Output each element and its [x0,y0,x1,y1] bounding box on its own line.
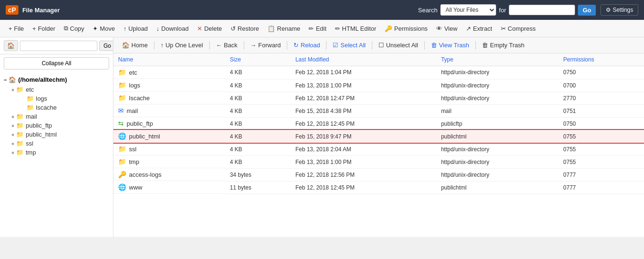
sidebar-home-button[interactable]: 🏠 [4,40,18,51]
col-modified[interactable]: Last Modified [291,53,436,66]
file-permissions-cell: 0750 [558,117,644,130]
file-name[interactable]: lscache [129,95,150,102]
table-row[interactable]: 📁logs4 KBFeb 13, 2018 1:00 PMhttpd/unix-… [113,79,644,92]
separator [326,41,326,50]
file-type-cell: httpd/unix-directory [436,168,558,181]
file-size-cell: 4 KB [225,130,291,143]
sidebar-path-input[interactable] [20,41,97,51]
folder-icon: 📁 [16,113,24,120]
view-trash-button[interactable]: 🗑 View Trash [427,40,473,50]
rename-button[interactable]: 📋 Rename [264,23,304,34]
file-name[interactable]: etc [129,69,137,76]
file-name[interactable]: logs [129,82,140,89]
copy-button[interactable]: ⧉ Copy [60,23,88,34]
rename-label: Rename [277,25,300,32]
table-row[interactable]: 📁ssl4 KBFeb 13, 2018 2:04 AMhttpd/unix-d… [113,143,644,155]
sidebar-item-etc[interactable]: + 📁 etc [8,85,113,94]
reload-button[interactable]: ↻ Reload [290,40,324,50]
sidebar-item-lscache[interactable]: 📁 lscache [23,103,113,112]
file-name-cell: ⇆public_ftp [113,117,225,130]
edit-button[interactable]: ✏ Edit [305,23,330,34]
unselect-all-icon: ☐ [378,42,384,49]
upload-label: Upload [129,25,148,32]
up-one-level-button[interactable]: ↑ Up One Level [157,40,207,50]
table-row[interactable]: 🔑access-logs34 bytesFeb 12, 2018 12:56 P… [113,168,644,181]
file-type-cell: httpd/unix-directory [436,79,558,92]
col-type[interactable]: Type [436,53,558,66]
folder-icon: 📁 [16,149,24,156]
sidebar-item-public-html[interactable]: + 📁 public_html [8,130,113,139]
table-row[interactable]: 📁tmp4 KBFeb 13, 2018 1:00 PMhttpd/unix-d… [113,155,644,168]
view-button[interactable]: 👁 View [432,23,461,34]
sidebar-item-ssl[interactable]: + 📁 ssl [8,139,113,148]
empty-trash-button[interactable]: 🗑 Empty Trash [478,40,528,50]
folder-icon: 📁 [16,86,24,93]
home-folder-icon: 🏠 [9,76,16,83]
folder-icon: 📁 [16,140,24,147]
app-title: File Manager [22,7,60,14]
main-layout: 🏠 Go Collapse All − 🏠 (/home/alltechm) +… [0,37,644,237]
sidebar-item-public-ftp[interactable]: + 📁 public_ftp [8,121,113,130]
search-scope-select[interactable]: All Your Files Public HTML Home Director… [440,4,496,16]
empty-trash-label: Empty Trash [490,42,524,49]
file-name[interactable]: www [129,184,142,191]
restore-button[interactable]: ↺ Restore [227,23,263,34]
file-type-cell: mail [436,104,558,117]
select-all-button[interactable]: ☑ Select All [329,40,369,50]
rename-icon: 📋 [267,25,275,32]
tree-root-item[interactable]: − 🏠 (/home/alltechm) [0,74,113,85]
file-name[interactable]: mail [127,107,138,114]
sidebar-item-mail[interactable]: + 📁 mail [8,112,113,121]
sidebar-item-logs[interactable]: 📁 logs [23,94,113,103]
table-row[interactable]: 🌐www11 bytesFeb 12, 2018 12:45 PMpublich… [113,181,644,194]
html-editor-icon: ✏ [335,25,340,32]
file-name[interactable]: access-logs [129,171,162,178]
table-row[interactable]: 📁lscache4 KBFeb 12, 2018 12:47 PMhttpd/u… [113,92,644,104]
edit-icon: ✏ [309,25,314,32]
forward-button[interactable]: → Forward [247,40,285,50]
file-name[interactable]: public_ftp [127,120,153,127]
tree-etc-children: 📁 logs 📁 lscache [8,94,113,112]
table-row[interactable]: 🌐public_html4 KBFeb 15, 2018 9:47 PMpubl… [113,130,644,143]
table-row[interactable]: ✉mail4 KBFeb 15, 2018 4:38 PMmail0751 [113,104,644,117]
html-editor-button[interactable]: ✏ HTML Editor [331,23,380,34]
upload-button[interactable]: ↑ Upload [120,23,152,34]
file-size-cell: 4 KB [225,92,291,104]
download-button[interactable]: ↓ Download [153,23,192,34]
back-button[interactable]: ← Back [212,40,241,50]
link-icon: ⇆ [118,120,124,127]
unselect-all-button[interactable]: ☐ Unselect All [375,40,422,50]
col-name[interactable]: Name [113,53,225,66]
permissions-button[interactable]: 🔑 Permissions [381,23,431,34]
search-go-button[interactable]: Go [578,5,596,16]
view-icon: 👁 [436,25,442,32]
sidebar-go-button[interactable]: Go [99,41,113,51]
view-trash-icon: 🗑 [431,42,437,49]
col-size[interactable]: Size [225,53,291,66]
sidebar-item-tmp[interactable]: + 📁 tmp [8,148,113,157]
collapse-all-button[interactable]: Collapse All [4,57,109,69]
table-row[interactable]: 📁etc4 KBFeb 12, 2018 1:04 PMhttpd/unix-d… [113,66,644,79]
folder-icon: 📁 [16,122,24,129]
file-name[interactable]: ssl [129,146,137,153]
move-button[interactable]: ✦ Move [89,23,119,34]
file-name[interactable]: tmp [129,158,139,165]
settings-button[interactable]: ⚙ Settings [601,4,638,16]
new-file-button[interactable]: + File [5,23,28,34]
home-button[interactable]: 🏠 Home [118,40,152,50]
file-modified-cell: Feb 15, 2018 9:47 PM [291,130,436,143]
extract-button[interactable]: ↗ Extract [462,23,496,34]
new-folder-button[interactable]: + Folder [29,23,59,34]
col-permissions[interactable]: Permissions [558,53,644,66]
table-row[interactable]: ⇆public_ftp4 KBFeb 12, 2018 12:45 PMpubl… [113,117,644,130]
delete-label: Delete [204,25,222,32]
separator [154,41,155,50]
file-type-cell: publichtml [436,181,558,194]
file-name[interactable]: public_html [129,133,160,140]
compress-button[interactable]: ✂ Compress [497,23,540,34]
delete-button[interactable]: ✕ Delete [193,23,226,34]
cp-icon: cP [6,5,18,15]
search-input[interactable] [509,5,575,15]
toolbar: + File + Folder ⧉ Copy ✦ Move ↑ Upload ↓… [0,20,644,37]
file-size-cell: 4 KB [225,79,291,92]
